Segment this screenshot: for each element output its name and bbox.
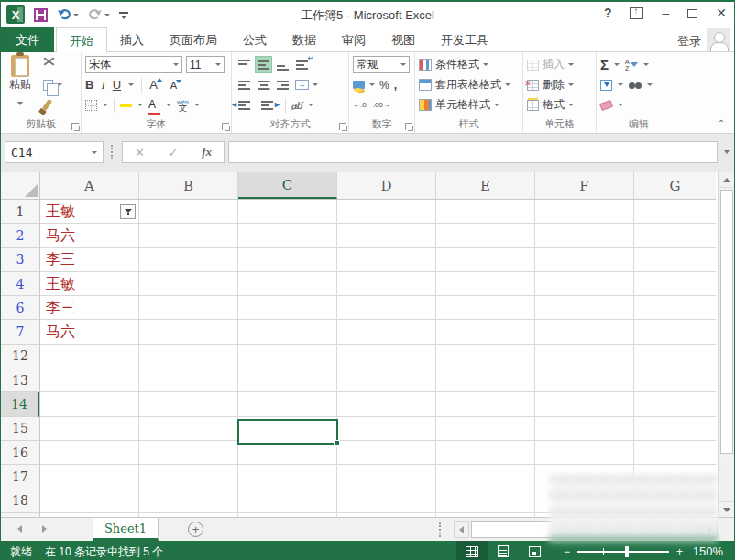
number-format-combo[interactable]: 常规: [353, 56, 410, 73]
enter-button[interactable]: ✓: [169, 146, 179, 159]
next-sheet-icon[interactable]: [42, 525, 47, 533]
row-header-3[interactable]: 3: [1, 248, 39, 272]
copy-button[interactable]: [43, 75, 79, 94]
horizontal-scroll-thumb[interactable]: [471, 521, 698, 538]
row-header-14[interactable]: 14: [1, 392, 39, 416]
tab-数据[interactable]: 数据: [280, 27, 329, 52]
sort-filter-button[interactable]: AZ: [625, 59, 638, 71]
align-right-button[interactable]: [274, 76, 291, 93]
increase-decimal-button[interactable]: ←.0: [353, 101, 367, 109]
collapse-ribbon-icon[interactable]: ⌃: [716, 120, 727, 129]
fill-handle[interactable]: [334, 440, 340, 446]
phonetic-guide-button[interactable]: wén文: [177, 100, 189, 111]
insert-function-button[interactable]: fx: [202, 145, 212, 159]
styles-dropdown-icon[interactable]: [483, 63, 488, 66]
font-dialog-launcher-icon[interactable]: [222, 123, 229, 130]
prev-sheet-icon[interactable]: [17, 525, 22, 533]
paste-button[interactable]: 粘贴: [5, 55, 36, 121]
cut-button[interactable]: [43, 55, 79, 74]
column-header-C[interactable]: C: [238, 172, 337, 199]
clear-dropdown-icon[interactable]: [618, 104, 623, 106]
cells-area[interactable]: 王敏马六李三王敏李三马六: [40, 200, 716, 517]
italic-button[interactable]: I: [101, 78, 104, 93]
orientation-dropdown-icon[interactable]: [308, 104, 313, 106]
find-dropdown-icon[interactable]: [647, 83, 653, 86]
user-avatar[interactable]: [707, 28, 730, 51]
align-middle-button[interactable]: [255, 56, 272, 73]
font-size-combo[interactable]: 11: [186, 56, 225, 73]
minimize-button[interactable]: –: [662, 5, 669, 20]
cells-item-删除[interactable]: 删除: [527, 75, 594, 94]
align-center-button[interactable]: [255, 76, 272, 93]
cell-A1[interactable]: 王敏: [46, 200, 75, 224]
align-bottom-button[interactable]: [274, 56, 291, 73]
zoom-out-button[interactable]: −: [564, 545, 570, 558]
help-button[interactable]: ?: [604, 5, 612, 20]
cell-A4[interactable]: 王敏: [46, 272, 75, 296]
tab-开发工具[interactable]: 开发工具: [428, 27, 501, 52]
borders-dropdown-icon[interactable]: [103, 104, 108, 106]
select-all-corner[interactable]: [1, 172, 40, 199]
cells-dropdown-icon[interactable]: [568, 104, 574, 106]
number-dialog-launcher-icon[interactable]: [405, 123, 412, 130]
fill-color-dropdown-icon[interactable]: [137, 104, 143, 106]
font-name-dropdown-icon[interactable]: [173, 63, 179, 66]
cancel-button[interactable]: ✕: [135, 146, 145, 159]
fill-down-button[interactable]: [600, 80, 612, 91]
row-header-4[interactable]: 4: [1, 272, 39, 296]
maximize-button[interactable]: [687, 9, 697, 18]
column-header-E[interactable]: E: [436, 172, 535, 199]
cell-A6[interactable]: 李三: [46, 296, 75, 320]
row-header-18[interactable]: 18: [1, 489, 39, 513]
name-box-dropdown-icon[interactable]: [92, 151, 97, 154]
fill-dropdown-icon[interactable]: [618, 83, 623, 86]
row-header-13[interactable]: 13: [1, 368, 39, 392]
zoom-slider-handle[interactable]: [625, 546, 629, 557]
tab-公式[interactable]: 公式: [230, 27, 280, 52]
page-layout-view-button[interactable]: [488, 541, 519, 560]
wrap-text-button[interactable]: [293, 56, 311, 73]
find-select-button[interactable]: [629, 81, 642, 90]
orientation-button[interactable]: ab: [291, 100, 302, 111]
normal-view-button[interactable]: [456, 541, 488, 560]
font-size-dropdown-icon[interactable]: [215, 63, 221, 66]
column-header-B[interactable]: B: [139, 172, 238, 199]
autosum-button[interactable]: Σ: [600, 59, 609, 71]
comma-style-button[interactable]: ,: [394, 79, 397, 92]
row-header-15[interactable]: 15: [1, 417, 39, 441]
tab-视图[interactable]: 视图: [378, 27, 428, 52]
formula-bar-separator[interactable]: [111, 145, 113, 159]
accounting-dropdown-icon[interactable]: [369, 83, 375, 86]
page-break-view-button[interactable]: [519, 541, 550, 560]
accounting-format-icon[interactable]: [353, 81, 365, 89]
cells-dropdown-icon[interactable]: [568, 83, 574, 86]
sheet-bar-separator[interactable]: [439, 522, 441, 537]
row-header-1[interactable]: 1: [1, 200, 39, 224]
sort-filter-dropdown-icon[interactable]: [643, 63, 649, 66]
grow-font-button[interactable]: A: [149, 78, 158, 92]
vertical-scrollbar[interactable]: [718, 172, 734, 517]
cell-A7[interactable]: 马六: [46, 321, 75, 345]
tab-页面布局[interactable]: 页面布局: [157, 27, 230, 52]
close-button[interactable]: ✕: [716, 5, 727, 20]
styles-dropdown-icon[interactable]: [505, 83, 510, 86]
row-header-2[interactable]: 2: [1, 224, 39, 247]
underline-button[interactable]: U: [113, 78, 121, 92]
underline-dropdown-icon[interactable]: [128, 83, 134, 86]
autosum-dropdown-icon[interactable]: [614, 63, 620, 66]
tab-插入[interactable]: 插入: [107, 27, 157, 52]
scroll-down-button[interactable]: [719, 501, 734, 517]
tab-file[interactable]: 文件: [1, 27, 54, 52]
row-header-17[interactable]: 17: [1, 465, 39, 489]
column-header-D[interactable]: D: [337, 172, 436, 199]
alignment-dialog-launcher-icon[interactable]: [339, 123, 346, 130]
horizontal-scrollbar[interactable]: [454, 521, 718, 538]
styles-item-条件格式[interactable]: 条件格式: [419, 55, 521, 74]
scroll-left-button[interactable]: [454, 521, 469, 538]
number-format-dropdown-icon[interactable]: [400, 63, 406, 66]
fill-color-button[interactable]: [120, 104, 132, 107]
cell-A2[interactable]: 马六: [46, 224, 75, 247]
merge-center-button[interactable]: ↔: [293, 76, 311, 93]
formula-input[interactable]: [228, 141, 718, 163]
tab-开始[interactable]: 开始: [56, 27, 107, 53]
